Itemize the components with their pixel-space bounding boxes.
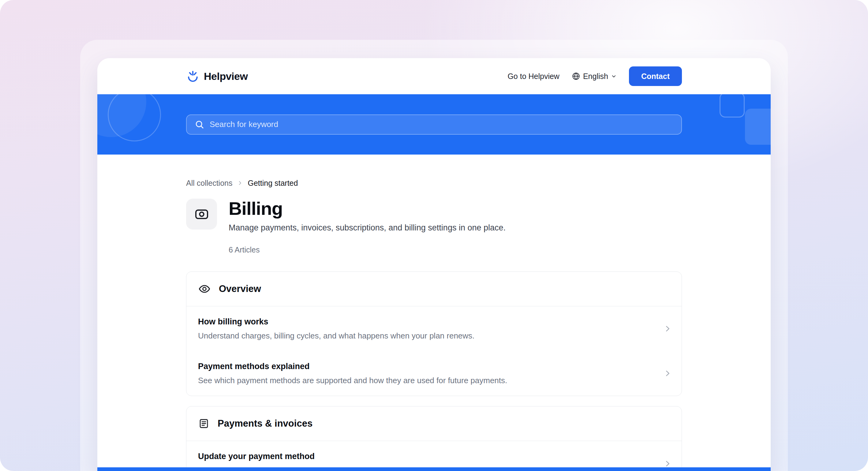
breadcrumb-all-collections[interactable]: All collections [186, 179, 232, 188]
chevron-right-icon [663, 369, 672, 378]
lens-icon [194, 206, 210, 222]
article-count: 6 Articles [229, 245, 506, 254]
hero-banner [97, 94, 771, 155]
article-row-update-payment-method[interactable]: Update your payment method [186, 441, 682, 471]
help-center-window: Helpview Go to Helpview English [97, 58, 771, 471]
collection-title: Billing [229, 199, 506, 219]
search-input[interactable] [210, 120, 673, 129]
breadcrumb: All collections Getting started [186, 179, 682, 188]
article-row-how-billing-works[interactable]: How billing works Understand charges, bi… [186, 306, 682, 351]
page-background: Helpview Go to Helpview English [0, 0, 868, 471]
section-header-payments: Payments & invoices [186, 406, 682, 441]
collection-description: Manage payments, invoices, subscriptions… [229, 222, 506, 233]
globe-icon [572, 72, 580, 81]
chevron-right-icon [663, 459, 672, 468]
section-card-payments-invoices: Payments & invoices Update your payment … [186, 406, 682, 471]
article-description: See which payment methods are supported … [198, 376, 648, 385]
article-title: How billing works [198, 317, 648, 327]
language-label: English [583, 72, 608, 81]
article-row-payment-methods-explained[interactable]: Payment methods explained See which paym… [186, 351, 682, 396]
footer-band [97, 467, 771, 471]
section-title: Overview [219, 283, 261, 294]
contact-button[interactable]: Contact [629, 66, 682, 86]
top-navigation: Helpview Go to Helpview English [97, 58, 771, 94]
brand-name: Helpview [204, 70, 248, 82]
section-card-overview: Overview How billing works Understand ch… [186, 272, 682, 396]
collection-header: Billing Manage payments, invoices, subsc… [186, 199, 682, 254]
helpview-logo-icon [186, 69, 199, 83]
search-icon [195, 120, 204, 129]
language-selector[interactable]: English [572, 72, 617, 81]
top-nav-links: Go to Helpview English Contact [507, 66, 682, 86]
search-bar[interactable] [186, 115, 682, 135]
article-title: Payment methods explained [198, 362, 648, 372]
document-icon [198, 418, 210, 429]
chevron-down-icon [611, 73, 617, 79]
collection-icon [186, 199, 217, 229]
decorative-shape [745, 108, 771, 145]
brand-logo[interactable]: Helpview [186, 69, 248, 83]
eye-icon [198, 282, 211, 295]
section-header-overview: Overview [186, 272, 682, 306]
decorative-shape [719, 94, 745, 118]
breadcrumb-chevron-icon [237, 180, 243, 186]
go-to-helpview-link[interactable]: Go to Helpview [507, 72, 559, 81]
section-title: Payments & invoices [218, 418, 312, 429]
article-title: Update your payment method [198, 451, 648, 462]
breadcrumb-current[interactable]: Getting started [248, 179, 298, 188]
main-content: All collections Getting started Bil [97, 155, 771, 471]
article-description: Understand charges, billing cycles, and … [198, 331, 648, 341]
chevron-right-icon [663, 324, 672, 333]
